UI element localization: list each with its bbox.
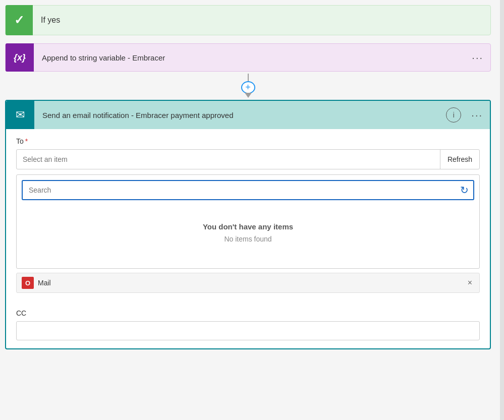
email-block-body: To * Refresh ↻ [6, 129, 490, 301]
search-input[interactable] [23, 186, 455, 194]
empty-state: You don't have any items No items found [22, 207, 474, 263]
if-yes-label: If yes [33, 16, 60, 25]
append-block: {x} Append to string variable - Embracer… [5, 43, 491, 72]
checkmark-icon: ✓ [14, 13, 24, 27]
close-mail-tag-button[interactable]: × [466, 278, 474, 287]
append-icon-box: {x} [6, 43, 34, 72]
scrollbar[interactable] [500, 0, 504, 420]
refresh-button[interactable]: Refresh [440, 150, 479, 169]
content-area: ✓ If yes {x} Append to string variable -… [0, 0, 500, 354]
email-block: ✉ Send an email notification - Embracer … [5, 100, 491, 349]
search-refresh-button[interactable]: ↻ [455, 181, 473, 199]
email-block-header: ✉ Send an email notification - Embracer … [6, 101, 490, 129]
search-row: ↻ [22, 180, 474, 200]
mail-tag-row: O Mail × [16, 273, 480, 293]
to-field-label: To * [16, 137, 480, 145]
refresh-icon: ↻ [460, 184, 469, 196]
if-yes-check-icon: ✓ [6, 5, 33, 35]
email-icon: ✉ [16, 108, 25, 122]
connector-line-top [248, 74, 249, 81]
select-item-row[interactable]: Refresh [16, 149, 480, 169]
connector: + [5, 74, 491, 98]
connector-arrow [245, 93, 252, 98]
info-icon: i [453, 111, 455, 119]
cc-input[interactable] [16, 321, 480, 340]
email-block-title: Send an email notification - Embracer pa… [34, 111, 446, 119]
dropdown-area: ↻ You don't have any items No items foun… [16, 174, 480, 269]
append-label: Append to string variable - Embracer [34, 53, 465, 62]
append-icon: {x} [14, 52, 26, 63]
select-item-input[interactable] [17, 155, 440, 163]
empty-state-title: You don't have any items [22, 222, 474, 231]
cc-field-label: CC [6, 309, 490, 317]
email-icon-box: ✉ [6, 101, 34, 129]
email-menu-button[interactable]: ··· [464, 109, 490, 121]
page-container: ✓ If yes {x} Append to string variable -… [0, 0, 504, 420]
empty-state-subtitle: No items found [22, 235, 474, 243]
required-star: * [25, 137, 28, 145]
office-icon: O [22, 277, 34, 289]
if-yes-block: ✓ If yes [5, 5, 491, 35]
mail-tag-label: Mail [38, 279, 466, 287]
info-button[interactable]: i [446, 107, 461, 123]
office-letter: O [25, 279, 30, 287]
add-step-button[interactable]: + [241, 81, 255, 94]
append-menu-button[interactable]: ··· [465, 52, 490, 64]
